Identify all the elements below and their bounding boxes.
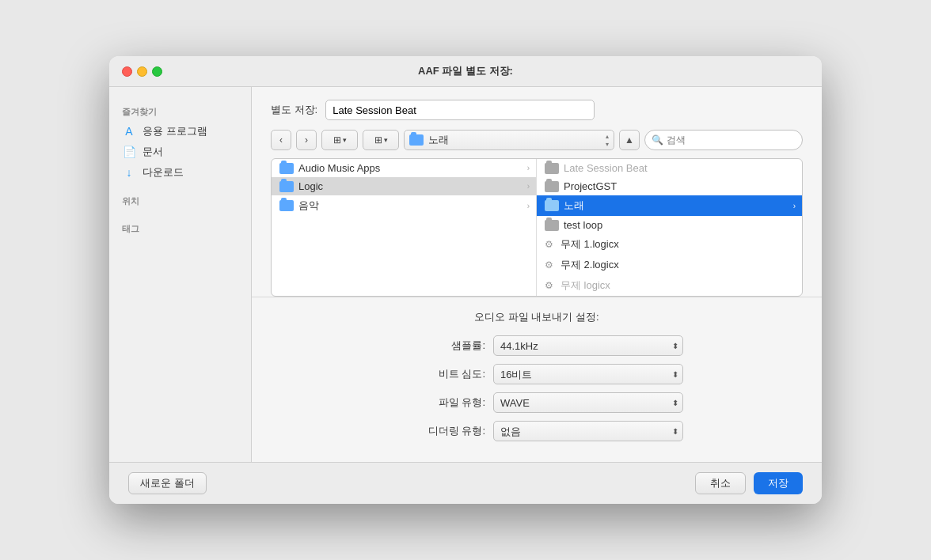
- bit-depth-select[interactable]: 16비트 24비트 32비트: [493, 364, 683, 384]
- logicx-icon: ⚙: [545, 259, 556, 271]
- folder-icon: [279, 200, 294, 211]
- file-name: 무제 logicx: [560, 278, 610, 293]
- apps-chevron-icon: ▾: [384, 136, 388, 144]
- file-item-logic[interactable]: Logic ›: [272, 177, 536, 195]
- toolbar: ‹ › ⊞ ▾ ⊞ ▾ 노래 ▴ ▾: [252, 130, 822, 158]
- sample-rate-select[interactable]: 44.1kHz 48kHz 88.2kHz 96kHz: [493, 335, 683, 356]
- apps-view-icon: ⊞: [374, 134, 382, 146]
- apps-icon: A: [122, 124, 136, 138]
- file-name: test loop: [564, 219, 602, 231]
- downloads-icon: ↓: [122, 165, 136, 180]
- file-item-late-session-beat[interactable]: Late Session Beat: [537, 159, 802, 177]
- file-item-muje2[interactable]: ⚙ 무제 2.logicx: [537, 255, 802, 275]
- settings-title: 오디오 파일 내보내기 설정:: [271, 310, 803, 324]
- chevron-right-icon: ›: [527, 202, 530, 210]
- chevron-right-icon: ›: [527, 182, 530, 191]
- search-input[interactable]: [667, 134, 796, 146]
- file-browser-right-col: Late Session Beat ProjectGST 노래 › test l…: [537, 159, 802, 296]
- sidebar-item-downloads-label: 다운로드: [142, 165, 184, 180]
- view-icon: ⊞: [333, 134, 341, 146]
- bottom-bar: 새로운 폴더 취소 저장: [109, 462, 822, 504]
- back-button[interactable]: ‹: [271, 130, 291, 150]
- search-icon: 🔍: [652, 134, 663, 146]
- view-button[interactable]: ⊞ ▾: [321, 130, 358, 150]
- file-item-audio-music-apps[interactable]: Audio Music Apps ›: [272, 159, 536, 177]
- sidebar-section-location: 위치: [109, 192, 251, 210]
- expand-icon: ▲: [625, 134, 634, 146]
- save-as-row: 별도 저장:: [252, 87, 822, 130]
- file-name: 무제 2.logicx: [560, 258, 619, 272]
- logicx-icon: ⚙: [545, 280, 556, 291]
- dithering-row: 디더링 유형: 없음 POW-r 1 POW-r 2 POW-r 3: [271, 421, 803, 441]
- location-folder-icon: [409, 134, 424, 146]
- sidebar-item-docs-label: 문서: [142, 145, 163, 159]
- save-as-input[interactable]: [325, 100, 595, 120]
- file-name: ProjectGST: [564, 180, 617, 192]
- file-item-test-loop[interactable]: test loop: [537, 216, 802, 234]
- sidebar-item-apps-label: 응용 프로그램: [142, 124, 207, 138]
- forward-button[interactable]: ›: [296, 130, 317, 150]
- bit-depth-select-wrapper[interactable]: 16비트 24비트 32비트: [493, 364, 683, 384]
- forward-icon: ›: [305, 134, 308, 146]
- folder-icon: [545, 220, 559, 231]
- settings-section: 오디오 파일 내보내기 설정: 샘플률: 44.1kHz 48kHz 88.2k…: [252, 297, 822, 462]
- sidebar-item-downloads[interactable]: ↓ 다운로드: [109, 162, 251, 183]
- sample-rate-select-wrapper[interactable]: 44.1kHz 48kHz 88.2kHz 96kHz: [493, 335, 683, 356]
- chevron-right-icon: ›: [793, 202, 796, 210]
- new-folder-button[interactable]: 새로운 폴더: [128, 472, 207, 494]
- title-bar: AAF 파일 별도 저장:: [109, 56, 822, 87]
- bit-depth-row: 비트 심도: 16비트 24비트 32비트: [271, 364, 803, 384]
- main-content: 즐겨찾기 A 응용 프로그램 📄 문서 ↓ 다운로드 위치 태그 별도 저장:: [109, 87, 822, 462]
- cancel-button[interactable]: 취소: [695, 472, 746, 494]
- folder-icon: [545, 200, 559, 211]
- file-type-select[interactable]: WAVE AIFF CAF MP3 AAC: [493, 392, 683, 413]
- dithering-label: 디더링 유형:: [390, 424, 485, 438]
- file-item-music[interactable]: 음악 ›: [272, 195, 536, 216]
- chevron-right-icon: ›: [527, 164, 530, 172]
- sidebar-item-docs[interactable]: 📄 문서: [109, 142, 251, 162]
- close-button[interactable]: [122, 66, 132, 77]
- save-dialog: AAF 파일 별도 저장: 즐겨찾기 A 응용 프로그램 📄 문서 ↓ 다운로드…: [109, 56, 822, 504]
- dithering-select[interactable]: 없음 POW-r 1 POW-r 2 POW-r 3: [493, 421, 683, 441]
- apps-view-button[interactable]: ⊞ ▾: [363, 130, 399, 150]
- folder-icon: [545, 181, 559, 192]
- minimize-button[interactable]: [137, 66, 147, 77]
- file-name: 음악: [298, 199, 319, 213]
- location-label: 노래: [428, 133, 449, 147]
- folder-icon: [279, 163, 294, 174]
- folder-icon: [545, 163, 559, 174]
- dithering-select-wrapper[interactable]: 없음 POW-r 1 POW-r 2 POW-r 3: [493, 421, 683, 441]
- file-type-label: 파일 유형:: [390, 395, 485, 410]
- search-box[interactable]: 🔍: [644, 130, 803, 150]
- sample-rate-label: 샘플률:: [390, 339, 485, 353]
- content-area: 별도 저장: ‹ › ⊞ ▾ ⊞ ▾: [252, 87, 822, 462]
- docs-icon: 📄: [122, 145, 136, 159]
- expand-button[interactable]: ▲: [619, 130, 640, 150]
- sidebar-section-tags: 태그: [109, 220, 251, 238]
- location-chevron-icon: ▴ ▾: [606, 133, 609, 148]
- save-button[interactable]: 저장: [754, 472, 803, 494]
- dialog-title: AAF 파일 별도 저장:: [122, 64, 809, 78]
- sidebar-section-favorites: 즐겨찾기: [109, 103, 251, 121]
- sidebar-item-apps[interactable]: A 응용 프로그램: [109, 121, 251, 142]
- file-item-project-gst[interactable]: ProjectGST: [537, 177, 802, 195]
- back-icon: ‹: [279, 134, 283, 146]
- view-chevron-icon: ▾: [343, 136, 347, 144]
- file-type-row: 파일 유형: WAVE AIFF CAF MP3 AAC: [271, 392, 803, 413]
- file-browser-left-col: Audio Music Apps › Logic › 음악 ›: [272, 159, 537, 296]
- file-item-norae[interactable]: 노래 ›: [537, 195, 802, 216]
- traffic-lights: [122, 66, 162, 77]
- maximize-button[interactable]: [152, 66, 162, 77]
- file-name: Audio Music Apps: [298, 162, 380, 174]
- file-item-muje3[interactable]: ⚙ 무제 logicx: [537, 275, 802, 296]
- sidebar: 즐겨찾기 A 응용 프로그램 📄 문서 ↓ 다운로드 위치 태그: [109, 87, 252, 462]
- file-item-muje1[interactable]: ⚙ 무제 1.logicx: [537, 234, 802, 255]
- location-dropdown[interactable]: 노래 ▴ ▾: [404, 130, 614, 150]
- file-name: Late Session Beat: [564, 162, 648, 174]
- file-name: Logic: [298, 180, 323, 192]
- file-name: 노래: [564, 199, 584, 213]
- bit-depth-label: 비트 심도:: [390, 367, 485, 381]
- folder-icon: [279, 181, 294, 192]
- file-type-select-wrapper[interactable]: WAVE AIFF CAF MP3 AAC: [493, 392, 683, 413]
- file-name: 무제 1.logicx: [560, 237, 619, 252]
